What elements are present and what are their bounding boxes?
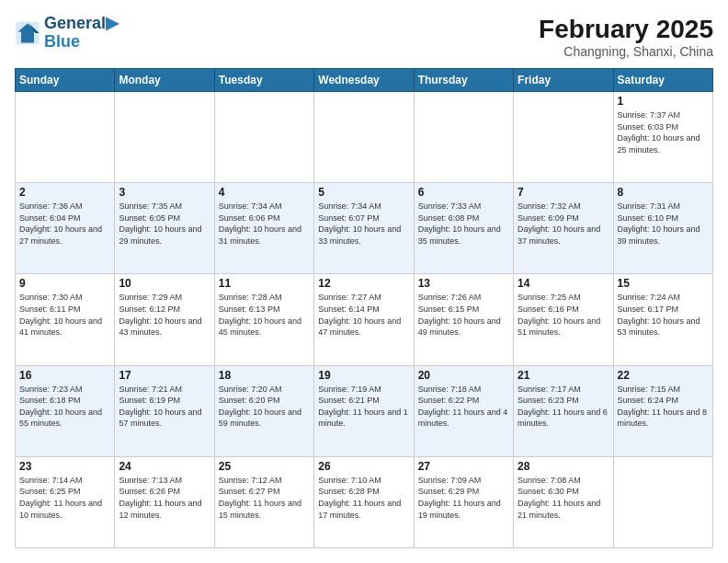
cell-w5-d6: 28Sunrise: 7:08 AM Sunset: 6:30 PM Dayli… <box>514 456 613 547</box>
day-info: Sunrise: 7:29 AM Sunset: 6:12 PM Dayligh… <box>119 292 210 338</box>
main-title: February 2025 <box>539 15 713 44</box>
cell-w1-d3 <box>214 92 313 183</box>
day-info: Sunrise: 7:23 AM Sunset: 6:18 PM Dayligh… <box>19 384 110 430</box>
day-info: Sunrise: 7:14 AM Sunset: 6:25 PM Dayligh… <box>19 475 110 521</box>
day-info: Sunrise: 7:33 AM Sunset: 6:08 PM Dayligh… <box>418 201 509 247</box>
day-info: Sunrise: 7:26 AM Sunset: 6:15 PM Dayligh… <box>418 292 509 338</box>
cell-w3-d5: 13Sunrise: 7:26 AM Sunset: 6:15 PM Dayli… <box>414 274 513 365</box>
cell-w1-d5 <box>414 92 513 183</box>
cell-w1-d1 <box>16 92 115 183</box>
col-wednesday: Wednesday <box>314 69 414 92</box>
cell-w4-d5: 20Sunrise: 7:18 AM Sunset: 6:22 PM Dayli… <box>414 365 513 456</box>
logo-icon <box>15 20 40 46</box>
day-info: Sunrise: 7:08 AM Sunset: 6:30 PM Dayligh… <box>518 475 609 521</box>
cell-w2-d3: 4Sunrise: 7:34 AM Sunset: 6:06 PM Daylig… <box>214 183 313 274</box>
day-number: 8 <box>618 186 709 199</box>
day-number: 17 <box>119 369 210 382</box>
week-row-1: 1Sunrise: 7:37 AM Sunset: 6:03 PM Daylig… <box>16 92 713 183</box>
cell-w5-d5: 27Sunrise: 7:09 AM Sunset: 6:29 PM Dayli… <box>414 456 513 547</box>
logo: General▶ Blue <box>15 15 119 52</box>
day-number: 9 <box>19 277 110 290</box>
day-number: 10 <box>119 277 210 290</box>
week-row-3: 9Sunrise: 7:30 AM Sunset: 6:11 PM Daylig… <box>16 274 713 365</box>
subtitle: Changning, Shanxi, China <box>539 44 713 59</box>
day-info: Sunrise: 7:37 AM Sunset: 6:03 PM Dayligh… <box>618 109 709 155</box>
day-number: 12 <box>318 277 409 290</box>
day-number: 13 <box>418 277 509 290</box>
cell-w4-d1: 16Sunrise: 7:23 AM Sunset: 6:18 PM Dayli… <box>16 365 115 456</box>
day-info: Sunrise: 7:30 AM Sunset: 6:11 PM Dayligh… <box>19 292 110 338</box>
col-saturday: Saturday <box>613 69 712 92</box>
cell-w3-d3: 11Sunrise: 7:28 AM Sunset: 6:13 PM Dayli… <box>214 274 313 365</box>
day-number: 23 <box>19 460 110 473</box>
cell-w5-d4: 26Sunrise: 7:10 AM Sunset: 6:28 PM Dayli… <box>314 456 414 547</box>
day-number: 11 <box>219 277 310 290</box>
col-friday: Friday <box>514 69 613 92</box>
cell-w4-d7: 22Sunrise: 7:15 AM Sunset: 6:24 PM Dayli… <box>613 365 712 456</box>
day-info: Sunrise: 7:34 AM Sunset: 6:07 PM Dayligh… <box>318 201 409 247</box>
day-info: Sunrise: 7:17 AM Sunset: 6:23 PM Dayligh… <box>518 384 609 430</box>
cell-w2-d5: 6Sunrise: 7:33 AM Sunset: 6:08 PM Daylig… <box>414 183 513 274</box>
day-number: 26 <box>318 460 409 473</box>
cell-w2-d6: 7Sunrise: 7:32 AM Sunset: 6:09 PM Daylig… <box>514 183 613 274</box>
day-number: 7 <box>518 186 609 199</box>
day-info: Sunrise: 7:27 AM Sunset: 6:14 PM Dayligh… <box>318 292 409 338</box>
col-sunday: Sunday <box>16 69 115 92</box>
day-info: Sunrise: 7:12 AM Sunset: 6:27 PM Dayligh… <box>219 475 310 521</box>
day-info: Sunrise: 7:25 AM Sunset: 6:16 PM Dayligh… <box>518 292 609 338</box>
cell-w5-d7 <box>613 456 712 547</box>
cell-w4-d3: 18Sunrise: 7:20 AM Sunset: 6:20 PM Dayli… <box>214 365 313 456</box>
week-row-2: 2Sunrise: 7:36 AM Sunset: 6:04 PM Daylig… <box>16 183 713 274</box>
day-info: Sunrise: 7:36 AM Sunset: 6:04 PM Dayligh… <box>19 201 110 247</box>
day-number: 3 <box>119 186 210 199</box>
day-info: Sunrise: 7:31 AM Sunset: 6:10 PM Dayligh… <box>618 201 709 247</box>
day-number: 28 <box>518 460 609 473</box>
cell-w1-d7: 1Sunrise: 7:37 AM Sunset: 6:03 PM Daylig… <box>613 92 712 183</box>
week-row-4: 16Sunrise: 7:23 AM Sunset: 6:18 PM Dayli… <box>16 365 713 456</box>
day-info: Sunrise: 7:35 AM Sunset: 6:05 PM Dayligh… <box>119 201 210 247</box>
day-info: Sunrise: 7:10 AM Sunset: 6:28 PM Dayligh… <box>318 475 409 521</box>
page: General▶ Blue February 2025 Changning, S… <box>0 0 728 563</box>
day-number: 6 <box>418 186 509 199</box>
cell-w4-d4: 19Sunrise: 7:19 AM Sunset: 6:21 PM Dayli… <box>314 365 414 456</box>
day-info: Sunrise: 7:32 AM Sunset: 6:09 PM Dayligh… <box>518 201 609 247</box>
cell-w3-d2: 10Sunrise: 7:29 AM Sunset: 6:12 PM Dayli… <box>115 274 214 365</box>
cell-w5-d1: 23Sunrise: 7:14 AM Sunset: 6:25 PM Dayli… <box>16 456 115 547</box>
day-info: Sunrise: 7:09 AM Sunset: 6:29 PM Dayligh… <box>418 475 509 521</box>
cell-w2-d7: 8Sunrise: 7:31 AM Sunset: 6:10 PM Daylig… <box>613 183 712 274</box>
cell-w1-d2 <box>115 92 214 183</box>
day-info: Sunrise: 7:24 AM Sunset: 6:17 PM Dayligh… <box>618 292 709 338</box>
calendar-table: Sunday Monday Tuesday Wednesday Thursday… <box>15 68 713 548</box>
cell-w4-d6: 21Sunrise: 7:17 AM Sunset: 6:23 PM Dayli… <box>514 365 613 456</box>
day-number: 16 <box>19 369 110 382</box>
col-monday: Monday <box>115 69 214 92</box>
day-number: 4 <box>219 186 310 199</box>
day-info: Sunrise: 7:28 AM Sunset: 6:13 PM Dayligh… <box>219 292 310 338</box>
day-info: Sunrise: 7:15 AM Sunset: 6:24 PM Dayligh… <box>618 384 709 430</box>
day-info: Sunrise: 7:20 AM Sunset: 6:20 PM Dayligh… <box>219 384 310 430</box>
col-tuesday: Tuesday <box>214 69 313 92</box>
cell-w3-d6: 14Sunrise: 7:25 AM Sunset: 6:16 PM Dayli… <box>514 274 613 365</box>
day-number: 2 <box>19 186 110 199</box>
week-row-5: 23Sunrise: 7:14 AM Sunset: 6:25 PM Dayli… <box>16 456 713 547</box>
day-number: 25 <box>219 460 310 473</box>
day-number: 15 <box>618 277 709 290</box>
cell-w1-d6 <box>514 92 613 183</box>
cell-w1-d4 <box>314 92 414 183</box>
day-info: Sunrise: 7:13 AM Sunset: 6:26 PM Dayligh… <box>119 475 210 521</box>
day-info: Sunrise: 7:21 AM Sunset: 6:19 PM Dayligh… <box>119 384 210 430</box>
logo-text: General▶ Blue <box>44 15 119 52</box>
day-number: 20 <box>418 369 509 382</box>
calendar-header-row: Sunday Monday Tuesday Wednesday Thursday… <box>16 69 713 92</box>
col-thursday: Thursday <box>414 69 513 92</box>
cell-w2-d1: 2Sunrise: 7:36 AM Sunset: 6:04 PM Daylig… <box>16 183 115 274</box>
day-number: 5 <box>318 186 409 199</box>
cell-w3-d7: 15Sunrise: 7:24 AM Sunset: 6:17 PM Dayli… <box>613 274 712 365</box>
day-number: 27 <box>418 460 509 473</box>
cell-w2-d4: 5Sunrise: 7:34 AM Sunset: 6:07 PM Daylig… <box>314 183 414 274</box>
day-number: 24 <box>119 460 210 473</box>
day-number: 1 <box>618 95 709 108</box>
day-number: 19 <box>318 369 409 382</box>
cell-w4-d2: 17Sunrise: 7:21 AM Sunset: 6:19 PM Dayli… <box>115 365 214 456</box>
cell-w5-d2: 24Sunrise: 7:13 AM Sunset: 6:26 PM Dayli… <box>115 456 214 547</box>
